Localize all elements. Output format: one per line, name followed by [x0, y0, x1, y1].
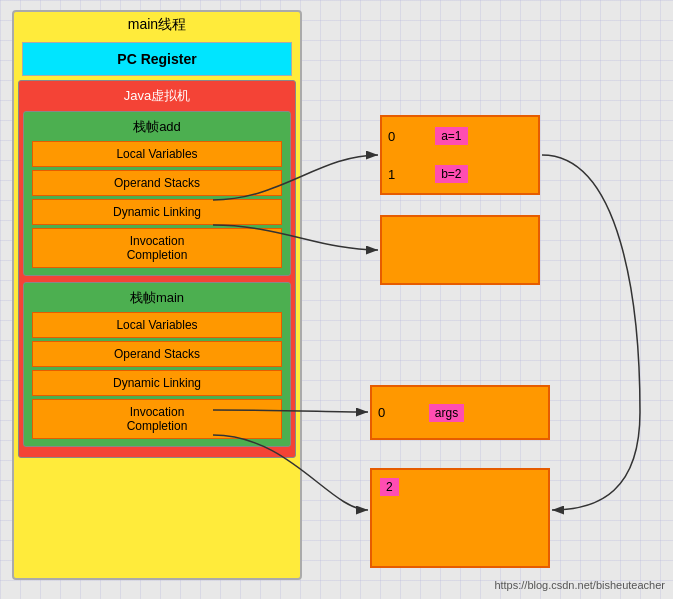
main-thread: main线程 PC Register Java虚拟机 栈帧add Local V…	[12, 10, 302, 580]
watermark: https://blog.csdn.net/bisheuteacher	[494, 579, 665, 591]
pc-register: PC Register	[22, 42, 292, 76]
stack-frame-main-label: 栈帧main	[28, 287, 286, 309]
label-a1: a=1	[429, 117, 538, 155]
dynamic-linking-main: Dynamic Linking	[32, 370, 282, 396]
orange-box-2	[380, 215, 540, 285]
orange-box-3: 0 args	[370, 385, 550, 440]
orange-box-4: 2	[370, 468, 550, 568]
orange-box-1: 0 a=1 1 b=2	[380, 115, 540, 195]
operand-stacks-add: Operand Stacks	[32, 170, 282, 196]
a1-badge: a=1	[435, 127, 467, 145]
dynamic-linking-add: Dynamic Linking	[32, 199, 282, 225]
b2-badge: b=2	[435, 165, 467, 183]
jvm-label: Java虚拟机	[23, 85, 291, 107]
invocation-completion-add: InvocationCompletion	[32, 228, 282, 268]
operand-stacks-main: Operand Stacks	[32, 341, 282, 367]
index-1: 1	[382, 155, 429, 193]
table-row: 0 args	[372, 387, 548, 438]
jvm-container: Java虚拟机 栈帧add Local Variables Operand St…	[18, 80, 296, 458]
stack-frame-add-label: 栈帧add	[28, 116, 286, 138]
args-badge: args	[429, 404, 464, 422]
table-row: 0 a=1	[382, 117, 538, 155]
table-row: 1 b=2	[382, 155, 538, 193]
stack-frame-main: 栈帧main Local Variables Operand Stacks Dy…	[23, 282, 291, 447]
index-0: 0	[382, 117, 429, 155]
label-args: args	[423, 387, 548, 438]
invocation-completion-main: InvocationCompletion	[32, 399, 282, 439]
main-thread-label: main线程	[14, 12, 300, 38]
index-0-main: 0	[372, 387, 423, 438]
local-variables-main: Local Variables	[32, 312, 282, 338]
label-b2: b=2	[429, 155, 538, 193]
local-variables-add: Local Variables	[32, 141, 282, 167]
stack-frame-add: 栈帧add Local Variables Operand Stacks Dyn…	[23, 111, 291, 276]
value-2-badge: 2	[380, 478, 399, 496]
